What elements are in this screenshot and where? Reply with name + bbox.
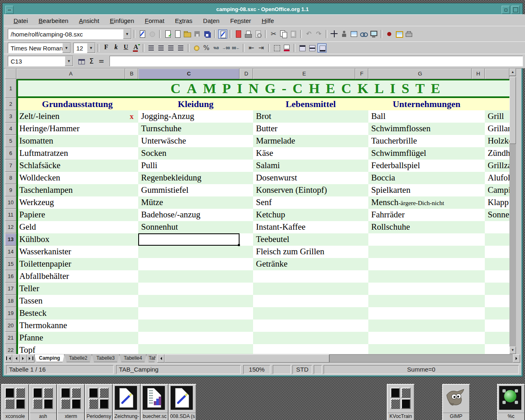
row-header-17[interactable]: 17 — [5, 283, 16, 295]
cell-text[interactable]: Grillan — [485, 123, 509, 135]
cell[interactable] — [485, 344, 509, 354]
cell-text[interactable]: Zündh — [485, 147, 509, 160]
cell-text[interactable]: Ball — [368, 110, 472, 123]
cell-text[interactable]: Klapp — [485, 196, 509, 209]
cell[interactable] — [138, 307, 253, 320]
cell-cursor[interactable] — [138, 233, 240, 246]
navigator-icon[interactable] — [330, 30, 339, 39]
cell-text[interactable]: Heringe/Hammer — [16, 123, 125, 135]
font-size-combo[interactable]: 12 ▼ — [73, 43, 96, 53]
open-document-icon[interactable] — [183, 30, 192, 39]
borders-icon[interactable] — [272, 43, 281, 52]
row-header-15[interactable]: 15 — [5, 258, 16, 270]
cell[interactable] — [368, 344, 485, 354]
align-left-icon[interactable] — [147, 43, 156, 52]
first-sheet-button[interactable] — [5, 354, 12, 363]
increase-indent-icon[interactable]: ⇥ — [257, 43, 266, 52]
cell-text[interactable]: Marmelade — [253, 135, 355, 147]
cell-text[interactable]: Wolldecken — [16, 172, 125, 184]
function-icon[interactable]: = — [97, 57, 106, 66]
sheet-tab-tabelle2[interactable]: Tabelle2 — [64, 354, 92, 362]
column-header-B[interactable]: B — [125, 68, 138, 79]
italic-icon[interactable]: k — [112, 43, 121, 52]
column-header-A[interactable]: A — [16, 68, 125, 79]
row-header-1[interactable]: 1 — [5, 79, 16, 98]
export-pdf-icon[interactable] — [234, 30, 243, 39]
cell[interactable] — [485, 258, 509, 270]
cell-text[interactable]: Gummistiefel — [138, 184, 240, 196]
cell-text[interactable]: Campi — [485, 184, 509, 196]
cell[interactable] — [368, 320, 485, 332]
cell[interactable] — [253, 344, 368, 354]
cell-text[interactable]: Federballspiel — [368, 160, 472, 172]
font-color-icon[interactable]: A — [131, 43, 140, 52]
cell-text[interactable]: Schwimmflügel — [368, 147, 472, 160]
row-header-18[interactable]: 18 — [5, 295, 16, 307]
cell-text[interactable]: Turnschuhe — [138, 123, 240, 135]
next-sheet-button[interactable] — [20, 354, 27, 363]
cell-text[interactable]: Abfallbehälter — [16, 270, 125, 283]
cell[interactable] — [138, 246, 253, 258]
cell-text[interactable]: Unterwäsche — [138, 135, 240, 147]
cell[interactable] — [368, 307, 485, 320]
column-header-E[interactable]: E — [253, 68, 355, 79]
new-from-template-icon[interactable]: ✓ — [163, 30, 172, 39]
minimize-button[interactable] — [502, 6, 510, 14]
menu-extras[interactable]: Extras — [170, 16, 198, 26]
cell-text[interactable]: Alufol — [485, 172, 509, 184]
cell[interactable] — [368, 332, 485, 344]
select-all-corner[interactable] — [5, 68, 16, 79]
section-header-4[interactable]: Unternehmungen — [368, 98, 485, 110]
cell[interactable] — [485, 221, 509, 233]
cell-text[interactable]: Konserven (Eintopf) — [253, 184, 355, 196]
cell[interactable] — [368, 295, 485, 307]
menu-format[interactable]: Format — [140, 16, 169, 26]
vertical-scrollbar[interactable]: ▲▼ — [509, 68, 516, 354]
column-header-D[interactable]: D — [240, 68, 253, 79]
desktop-icon-xterm[interactable]: xterm — [57, 384, 85, 420]
hscroll-left-button[interactable] — [157, 354, 164, 363]
cell-text[interactable]: Sonnenhut — [138, 221, 240, 233]
bold-icon[interactable]: F — [102, 43, 111, 52]
save-all-icon[interactable] — [203, 30, 212, 39]
row-header-7[interactable]: 7 — [5, 160, 16, 172]
cell-text[interactable]: Taucherbrille — [368, 135, 472, 147]
cell-text[interactable]: Rollschuhe — [368, 221, 472, 233]
sheet-title[interactable]: CAMPING-CHECKLISTE — [107, 80, 509, 97]
cell-text[interactable]: Regenbekleidung — [138, 172, 240, 184]
cell[interactable] — [138, 258, 253, 270]
cell[interactable] — [253, 320, 368, 332]
cell[interactable] — [485, 295, 509, 307]
cell[interactable] — [253, 307, 368, 320]
desktop-icon-gimp[interactable]: GIMP — [442, 384, 470, 420]
cell-text[interactable]: Zelt/-leinen — [16, 110, 125, 123]
cell-text[interactable]: Teebeutel — [253, 233, 355, 246]
cell-text[interactable]: Papiere — [16, 209, 125, 221]
cell-text[interactable]: Mütze — [138, 196, 240, 209]
row-header-14[interactable]: 14 — [5, 246, 16, 258]
scroll-up-button[interactable]: ▲ — [509, 68, 516, 76]
row-header-12[interactable]: 12 — [5, 221, 16, 233]
dropdown-arrow-icon[interactable]: ▼ — [65, 56, 73, 66]
cell-text[interactable]: Toilettenpapier — [16, 258, 125, 270]
dropdown-arrow-icon[interactable]: ▼ — [123, 29, 131, 39]
column-header-H[interactable]: H — [472, 68, 485, 79]
menu-bearbeiten[interactable]: Bearbeiten — [34, 16, 73, 26]
cell-text[interactable]: Käse — [253, 147, 355, 160]
cell-text[interactable]: Senf — [253, 196, 355, 209]
maximize-button[interactable] — [511, 6, 520, 14]
cell[interactable] — [138, 332, 253, 344]
cell-text[interactable]: Sonne — [485, 209, 509, 221]
cell[interactable] — [253, 270, 368, 283]
desktop-icon-zeichnung-[interactable]: Zeichnung- — [113, 384, 141, 420]
dropdown-arrow-icon[interactable]: ▼ — [62, 43, 71, 53]
stylist-icon[interactable] — [340, 30, 349, 39]
cell-text[interactable]: Grill — [485, 110, 509, 123]
cell-text[interactable]: Holzko — [485, 135, 509, 147]
cell-text[interactable]: Instant-Kaffee — [253, 221, 355, 233]
cell-grid[interactable]: CAMPING-CHECKLISTEGrundausstattungKleidu… — [16, 79, 509, 354]
align-top-icon[interactable] — [298, 43, 307, 52]
cell-text[interactable]: Brot — [253, 110, 355, 123]
datasource-icon[interactable] — [404, 30, 413, 39]
cell-text[interactable]: Taschenlampen — [16, 184, 125, 196]
